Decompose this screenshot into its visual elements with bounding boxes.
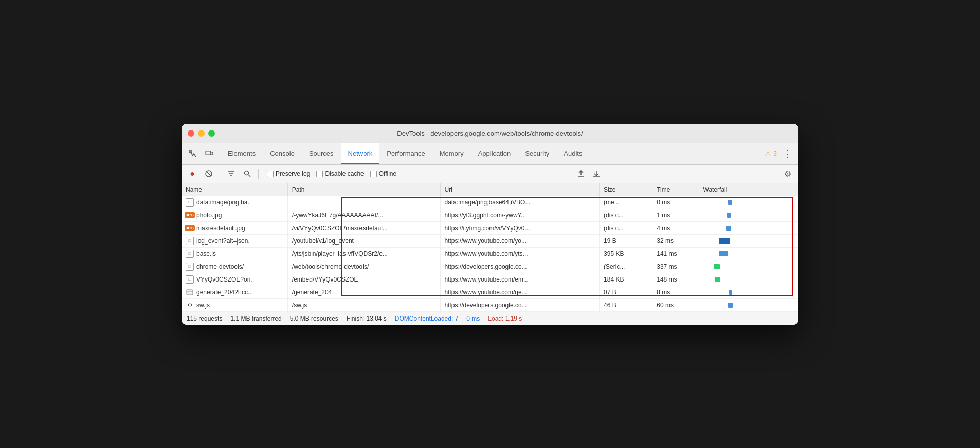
cell-size: 46 B — [600, 298, 652, 311]
preserve-log-checkbox[interactable]: Preserve log — [267, 170, 310, 177]
cell-size: 19 B — [600, 234, 652, 247]
svg-line-4 — [207, 172, 211, 176]
tab-elements[interactable]: Elements — [221, 143, 263, 164]
tab-console[interactable]: Console — [263, 143, 302, 164]
more-options-button[interactable]: ⋮ — [781, 148, 794, 159]
file-icon: □ — [186, 275, 194, 284]
cell-url: https://developers.google.co... — [440, 260, 600, 273]
window-title: DevTools - developers.google.com/web/too… — [397, 129, 583, 137]
load-time: Load: 1.19 s — [488, 315, 522, 322]
file-icon: □ — [186, 250, 194, 258]
col-url[interactable]: Url — [440, 183, 600, 196]
cell-waterfall — [699, 260, 798, 273]
disable-cache-check[interactable] — [316, 171, 323, 177]
tab-performance[interactable]: Performance — [379, 143, 432, 164]
record-button[interactable]: ● — [186, 167, 199, 180]
cell-size: 395 KB — [600, 247, 652, 260]
col-name[interactable]: Name — [182, 183, 287, 196]
table-row[interactable]: □ data:image/png;ba. data:image/png;base… — [182, 196, 798, 209]
settings-gear-icon[interactable]: ⚙ — [781, 167, 794, 180]
tab-security[interactable]: Security — [518, 143, 556, 164]
cell-path: /generate_204 — [287, 286, 440, 298]
network-toolbar: ● — [182, 165, 798, 183]
offline-checkbox[interactable]: Offline — [370, 170, 396, 177]
status-bar: 115 requests 1.1 MB transferred 5.0 MB r… — [182, 312, 798, 325]
offline-label: Offline — [379, 170, 396, 177]
transferred-size: 1.1 MB transferred — [230, 315, 281, 322]
disable-cache-checkbox[interactable]: Disable cache — [316, 170, 364, 177]
col-waterfall[interactable]: Waterfall — [699, 183, 798, 196]
table-row[interactable]: □ VYyQv0CSZOE?ori. /embed/VYyQv0CSZOE ht… — [182, 273, 798, 286]
offline-check[interactable] — [370, 171, 377, 177]
cell-time: 8 ms — [652, 286, 699, 298]
file-icon: □ — [186, 198, 194, 207]
cell-path: /yts/jsbin/player_ias-vfIVQDSr2/e... — [287, 247, 440, 260]
close-button[interactable] — [188, 130, 194, 137]
network-table: Name Path Url Size Time Waterfall □ — [182, 183, 798, 312]
tab-sources[interactable]: Sources — [302, 143, 341, 164]
cell-waterfall — [699, 196, 798, 209]
upload-icon[interactable] — [574, 167, 588, 180]
warning-count: 3 — [773, 150, 777, 157]
tabs-container: Elements Console Sources Network Perform… — [221, 143, 765, 164]
tab-audits[interactable]: Audits — [556, 143, 589, 164]
toolbar-right-icons — [574, 167, 603, 180]
cell-size: (dis c... — [600, 221, 652, 234]
cell-time: 148 ms — [652, 273, 699, 286]
col-size[interactable]: Size — [600, 183, 652, 196]
clear-button[interactable] — [202, 167, 215, 180]
cell-waterfall — [699, 234, 798, 247]
table-row[interactable]: JPG maxresdefault.jpg /vi/VYyQv0CSZOE/ma… — [182, 221, 798, 234]
cell-waterfall — [699, 286, 798, 298]
cell-path: /embed/VYyQv0CSZOE — [287, 273, 440, 286]
svg-point-8 — [245, 171, 249, 175]
tab-application[interactable]: Application — [471, 143, 518, 164]
tab-memory[interactable]: Memory — [432, 143, 471, 164]
inspect-icon[interactable] — [186, 146, 200, 161]
devtools-window: DevTools - developers.google.com/web/too… — [182, 124, 798, 325]
cell-size: (Seric... — [600, 260, 652, 273]
title-bar: DevTools - developers.google.com/web/too… — [182, 124, 798, 143]
network-table-body: □ data:image/png;ba. data:image/png;base… — [182, 196, 798, 311]
toolbar-checkboxes: Preserve log Disable cache Offline — [267, 170, 396, 177]
cell-size: 184 KB — [600, 273, 652, 286]
table-row[interactable]: □ log_event?alt=json. /youtubei/v1/log_e… — [182, 234, 798, 247]
cell-url: https://www.youtube.com/em... — [440, 273, 600, 286]
download-icon[interactable] — [590, 167, 603, 180]
cell-name: □ chrome-devtools/ — [182, 260, 287, 273]
cell-size: (dis c... — [600, 209, 652, 221]
cell-path: /-ywwYkaJ6E7g/AAAAAAAAAI/... — [287, 209, 440, 221]
requests-count: 115 requests — [187, 315, 222, 322]
filter-button[interactable] — [224, 167, 238, 180]
cell-path: /vi/VYyQv0CSZOE/maxresdefaul... — [287, 221, 440, 234]
minimize-button[interactable] — [198, 130, 205, 137]
cell-waterfall — [699, 273, 798, 286]
preserve-log-check[interactable] — [267, 171, 274, 177]
cell-waterfall — [699, 221, 798, 234]
col-path[interactable]: Path — [287, 183, 440, 196]
table-row[interactable]: ⚙ sw.js /sw.js https://developers.google… — [182, 298, 798, 311]
cell-path: /sw.js — [287, 298, 440, 311]
svg-line-9 — [248, 175, 250, 177]
toolbar-separator-1 — [220, 169, 220, 179]
disable-cache-label: Disable cache — [325, 170, 364, 177]
tab-icons — [186, 146, 216, 161]
col-time[interactable]: Time — [652, 183, 699, 196]
table-row[interactable]: generate_204?Fcc... /generate_204 https:… — [182, 286, 798, 298]
device-icon[interactable] — [202, 146, 216, 161]
table-row[interactable]: □ base.js /yts/jsbin/player_ias-vfIVQDSr… — [182, 247, 798, 260]
search-button[interactable] — [241, 167, 254, 180]
file-icon: ⚙ — [186, 301, 194, 309]
table-row[interactable]: □ chrome-devtools/ /web/tools/chrome-dev… — [182, 260, 798, 273]
svg-rect-12 — [187, 290, 193, 295]
cell-url: data:image/png;base64,iVBO... — [440, 196, 600, 209]
cell-time: 141 ms — [652, 247, 699, 260]
cell-url: https://developers.google.co... — [440, 298, 600, 311]
cell-time: 4 ms — [652, 221, 699, 234]
table-header-row: Name Path Url Size Time Waterfall — [182, 183, 798, 196]
cell-time: 1 ms — [652, 209, 699, 221]
maximize-button[interactable] — [208, 130, 215, 137]
cell-name: JPG maxresdefault.jpg — [182, 221, 287, 234]
table-row[interactable]: JPG photo.jpg /-ywwYkaJ6E7g/AAAAAAAAAI/.… — [182, 209, 798, 221]
tab-network[interactable]: Network — [341, 143, 380, 164]
